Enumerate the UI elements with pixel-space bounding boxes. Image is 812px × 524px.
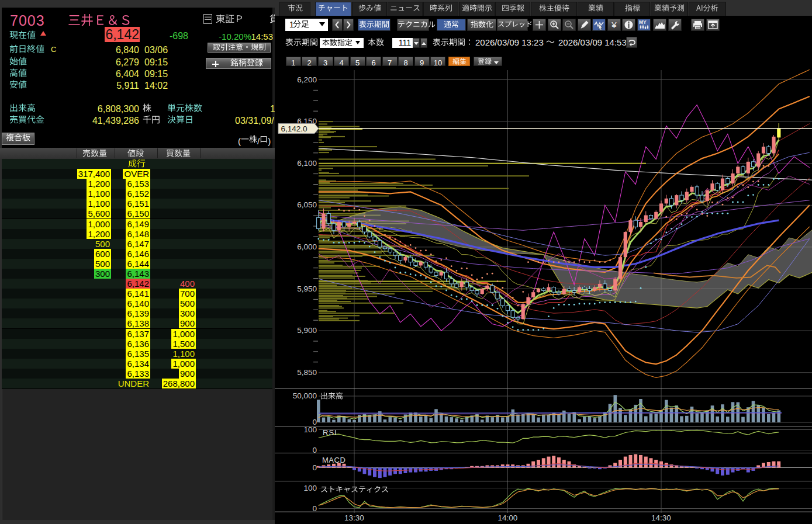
svg-text:6,142.0: 6,142.0 (281, 124, 307, 133)
svg-text:¥: ¥ (611, 20, 617, 30)
svg-text:MY: MY (639, 19, 647, 25)
